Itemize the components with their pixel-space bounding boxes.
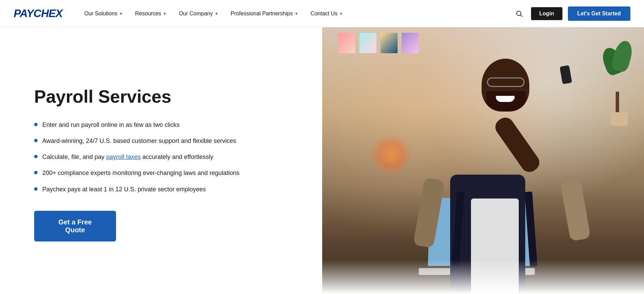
nav-partnerships[interactable]: Professional Partnerships ▼ bbox=[225, 8, 304, 19]
hero-section: Payroll Services Enter and run payroll o… bbox=[0, 27, 644, 294]
hero-image bbox=[322, 27, 644, 294]
wall-photo-4 bbox=[402, 33, 419, 53]
logo-text: PAYCHEX bbox=[14, 7, 62, 20]
login-button[interactable]: Login bbox=[531, 7, 562, 20]
bullet-text-3: Calculate, file, and pay payroll taxes a… bbox=[42, 153, 213, 161]
wall-photo-1 bbox=[338, 33, 355, 53]
nav-company[interactable]: Our Company ▼ bbox=[173, 8, 224, 19]
bullet-dot bbox=[34, 123, 38, 126]
plant-decoration bbox=[604, 41, 634, 126]
svg-line-1 bbox=[520, 15, 522, 17]
main-nav: Our Solutions ▼ Resources ▼ Our Company … bbox=[79, 8, 348, 19]
nav-company-label: Our Company bbox=[179, 11, 213, 17]
chevron-down-icon: ▼ bbox=[215, 12, 218, 16]
list-item: Award-winning, 24/7 U.S. based customer … bbox=[34, 137, 295, 145]
person-figure bbox=[419, 54, 628, 294]
header-right: Login Let's Get Started bbox=[513, 6, 630, 21]
nav-contact-label: Contact Us bbox=[311, 11, 338, 17]
bullet-dot bbox=[34, 171, 38, 174]
bullet-dot bbox=[34, 139, 38, 142]
chevron-down-icon: ▼ bbox=[339, 12, 343, 16]
wall-photos bbox=[338, 33, 419, 53]
plant-pot bbox=[611, 112, 628, 126]
payroll-taxes-link[interactable]: payroll taxes bbox=[106, 153, 141, 160]
nav-solutions-label: Our Solutions bbox=[84, 11, 117, 17]
nav-solutions[interactable]: Our Solutions ▼ bbox=[79, 8, 128, 19]
nav-partnerships-label: Professional Partnerships bbox=[231, 11, 293, 17]
bullet-text-5: Paychex pays at least 1 in 12 U.S. priva… bbox=[42, 185, 206, 194]
wall-photo-3 bbox=[381, 33, 398, 53]
wall-photo-2 bbox=[359, 33, 376, 53]
hero-image-background bbox=[322, 27, 644, 294]
cardigan-right bbox=[560, 177, 591, 241]
plant-leaf bbox=[610, 39, 635, 73]
nav-contact[interactable]: Contact Us ▼ bbox=[305, 8, 348, 19]
nav-resources-label: Resources bbox=[135, 11, 161, 17]
list-item: Paychex pays at least 1 in 12 U.S. priva… bbox=[34, 185, 295, 194]
header: PAYCHEX Our Solutions ▼ Resources ▼ Our … bbox=[0, 0, 644, 27]
nav-resources[interactable]: Resources ▼ bbox=[130, 8, 172, 19]
bullet-text-2: Award-winning, 24/7 U.S. based customer … bbox=[42, 137, 236, 145]
get-free-quote-button[interactable]: Get a Free Quote bbox=[34, 211, 116, 241]
bullet-dot bbox=[34, 187, 38, 191]
lets-get-started-button[interactable]: Let's Get Started bbox=[568, 6, 630, 21]
chevron-down-icon: ▼ bbox=[119, 12, 123, 16]
head-shape bbox=[482, 59, 529, 112]
glasses bbox=[487, 77, 525, 87]
chevron-down-icon: ▼ bbox=[295, 12, 298, 16]
smile bbox=[496, 96, 515, 102]
page-title: Payroll Services bbox=[34, 87, 295, 107]
list-item: 200+ compliance experts monitoring ever-… bbox=[34, 169, 295, 177]
bullet-dot bbox=[34, 155, 38, 158]
logo[interactable]: PAYCHEX bbox=[14, 7, 62, 20]
lamp-glow bbox=[370, 134, 411, 175]
phone-shape bbox=[559, 65, 572, 84]
header-left: PAYCHEX Our Solutions ▼ Resources ▼ Our … bbox=[14, 7, 348, 20]
hero-content: Payroll Services Enter and run payroll o… bbox=[0, 27, 322, 294]
list-item: Enter and run payroll online in as few a… bbox=[34, 121, 295, 129]
search-icon bbox=[515, 10, 523, 17]
bullet-text-4: 200+ compliance experts monitoring ever-… bbox=[42, 169, 240, 177]
raised-arm bbox=[492, 114, 543, 175]
image-bottom-fade bbox=[322, 260, 644, 294]
chevron-down-icon: ▼ bbox=[163, 12, 167, 16]
svg-point-0 bbox=[517, 11, 521, 15]
bullet-text-1: Enter and run payroll online in as few a… bbox=[42, 121, 180, 129]
list-item: Calculate, file, and pay payroll taxes a… bbox=[34, 153, 295, 161]
search-button[interactable] bbox=[513, 7, 526, 20]
bullet-list: Enter and run payroll online in as few a… bbox=[34, 121, 295, 194]
